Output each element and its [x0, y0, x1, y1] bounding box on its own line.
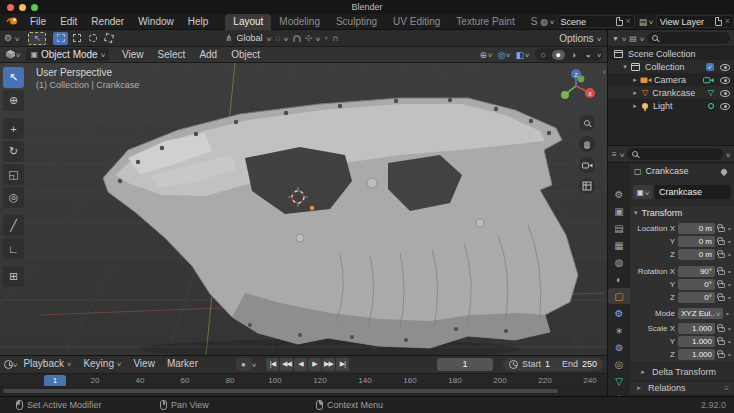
- snap-magnet-icon[interactable]: [293, 35, 301, 42]
- active-tool-button[interactable]: ↖: [28, 32, 46, 45]
- menu-select[interactable]: Select: [151, 47, 193, 63]
- rotation-z-field[interactable]: 0°: [678, 292, 715, 303]
- current-frame-field[interactable]: 1: [437, 358, 493, 371]
- animate-dot[interactable]: •: [728, 280, 731, 289]
- viewport-3d[interactable]: User Perspective (1) Collection | Crankc…: [0, 63, 607, 355]
- tab-particles[interactable]: ∗: [608, 322, 630, 338]
- options-button[interactable]: Options∨: [559, 33, 601, 44]
- lock-icon[interactable]: [718, 327, 725, 332]
- tool-annotate[interactable]: ╱: [3, 215, 24, 236]
- tool-measure[interactable]: ∟: [3, 238, 24, 259]
- tab-object-data[interactable]: ▽: [608, 373, 630, 389]
- lock-icon[interactable]: [718, 353, 725, 358]
- outliner-row-crankcase[interactable]: ▸ ▽ Crankcase ▽: [608, 86, 734, 99]
- relations-panel[interactable]: ▸ Relations ≡: [630, 381, 734, 394]
- remove-view-layer-icon[interactable]: ×: [725, 17, 730, 26]
- outliner-row-collection[interactable]: ▾ Collection: [608, 60, 734, 73]
- tab-scene[interactable]: ◍: [608, 254, 630, 270]
- lock-icon[interactable]: [718, 227, 725, 232]
- tab-tool[interactable]: ⚙: [608, 186, 630, 202]
- menu-marker[interactable]: Marker: [161, 356, 204, 372]
- next-keyframe-button[interactable]: ▶▶: [322, 358, 335, 371]
- object-name-field[interactable]: Crankcase: [655, 185, 731, 199]
- scale-y-field[interactable]: 1.000: [678, 336, 715, 347]
- animate-dot[interactable]: •: [728, 267, 731, 276]
- shading-wireframe-icon[interactable]: ○: [537, 50, 550, 60]
- lock-icon[interactable]: [718, 283, 725, 288]
- new-scene-icon[interactable]: [616, 17, 623, 26]
- rotation-x-field[interactable]: 90°: [678, 266, 715, 277]
- end-frame-field[interactable]: 250: [582, 359, 597, 369]
- scale-x-field[interactable]: 1.000: [678, 323, 715, 334]
- select-mode-box[interactable]: [69, 32, 84, 45]
- animate-dot[interactable]: •: [728, 293, 731, 302]
- shading-chevron[interactable]: ∨: [596, 51, 602, 58]
- menu-view[interactable]: View: [115, 47, 151, 63]
- menu-edit[interactable]: Edit: [53, 14, 84, 30]
- view-layer-browse-chevron[interactable]: ∨: [648, 18, 654, 25]
- animate-dot[interactable]: •: [728, 224, 731, 233]
- animate-dot[interactable]: •: [728, 237, 731, 246]
- scale-z-field[interactable]: 1.000: [678, 349, 715, 360]
- outliner-row-light[interactable]: ▸ Light: [608, 99, 734, 112]
- animate-dot[interactable]: •: [728, 324, 731, 333]
- properties-filter-chevron[interactable]: ∨: [725, 151, 731, 158]
- hide-eye-icon[interactable]: [720, 75, 730, 84]
- menu-file[interactable]: File: [23, 14, 53, 30]
- filter-chevron[interactable]: ∨: [621, 35, 627, 42]
- shading-rendered-icon[interactable]: ◒: [582, 50, 595, 60]
- tab-shading[interactable]: Shading: [523, 14, 539, 30]
- tool-cursor[interactable]: ⊕: [3, 90, 24, 111]
- menu-keying[interactable]: Keying∨: [77, 356, 127, 372]
- menu-timeline-view[interactable]: View: [127, 356, 161, 372]
- scene-icon[interactable]: ◍: [540, 17, 548, 27]
- snap-target-icon[interactable]: ⊹: [305, 33, 313, 43]
- outliner-row-camera[interactable]: ▸ Camera: [608, 73, 734, 86]
- tab-output[interactable]: ▤: [608, 220, 630, 236]
- tab-physics[interactable]: ⊚: [608, 339, 630, 355]
- menu-object[interactable]: Object: [224, 47, 267, 63]
- object-mode-dropdown[interactable]: ▣ Object Mode ∨: [26, 48, 109, 61]
- sidebar-collapse-icon[interactable]: ‹: [603, 67, 606, 77]
- timeline-editor-chevron[interactable]: ∨: [12, 361, 18, 368]
- tab-world[interactable]: ◐: [608, 271, 630, 287]
- tab-texture-paint[interactable]: Texture Paint: [448, 14, 522, 30]
- viewport-editor-chevron[interactable]: ∨: [15, 51, 21, 58]
- menu-help[interactable]: Help: [181, 14, 216, 30]
- expand-icon[interactable]: ▸: [630, 76, 640, 84]
- show-overlays-icon[interactable]: ◎∨: [497, 50, 510, 60]
- outliner-search-input[interactable]: [647, 32, 730, 44]
- jump-to-end-button[interactable]: ▶|: [336, 358, 349, 371]
- tab-constraints[interactable]: ◎: [608, 356, 630, 372]
- tool-transform[interactable]: ◎: [3, 187, 24, 208]
- tab-object-properties[interactable]: ▢: [608, 288, 630, 304]
- animate-dot[interactable]: •: [728, 250, 731, 259]
- navigation-gizmo[interactable]: Z X: [557, 66, 595, 108]
- proportional-editing-icon[interactable]: ◦: [325, 33, 328, 43]
- pivot-chevron[interactable]: ∨: [283, 35, 289, 42]
- scene-browse-chevron[interactable]: ∨: [549, 18, 555, 25]
- tool-select-box[interactable]: ↖: [3, 67, 24, 88]
- transform-orientation-dropdown[interactable]: Global: [237, 33, 263, 43]
- pin-icon[interactable]: [720, 168, 728, 176]
- expand-icon[interactable]: ▸: [630, 89, 640, 97]
- transform-panel-header[interactable]: ▾ Transform: [634, 208, 682, 218]
- snap-chevron[interactable]: ∨: [315, 35, 321, 42]
- select-mode-lasso[interactable]: [101, 32, 116, 45]
- playhead[interactable]: 1: [44, 375, 66, 387]
- lock-icon[interactable]: [718, 340, 725, 345]
- object-browse-button[interactable]: ▣∨: [633, 185, 653, 199]
- tab-modeling[interactable]: Modeling: [271, 14, 328, 30]
- camera-view-icon[interactable]: [579, 157, 595, 173]
- unlink-scene-icon[interactable]: ×: [626, 17, 631, 26]
- proportional-falloff-icon[interactable]: ∩: [332, 33, 338, 43]
- location-y-field[interactable]: 0 m: [678, 236, 715, 247]
- view-layer-name[interactable]: View Layer: [660, 17, 712, 27]
- tool-move[interactable]: +: [3, 118, 24, 139]
- expand-icon[interactable]: ▸: [630, 102, 640, 110]
- pivot-point-icon[interactable]: ◌: [275, 33, 280, 43]
- shading-material-icon[interactable]: ◑: [567, 50, 580, 60]
- animate-dot[interactable]: •: [728, 350, 731, 359]
- lock-icon[interactable]: [718, 296, 725, 301]
- show-gizmo-icon[interactable]: ⊕∨: [479, 50, 492, 60]
